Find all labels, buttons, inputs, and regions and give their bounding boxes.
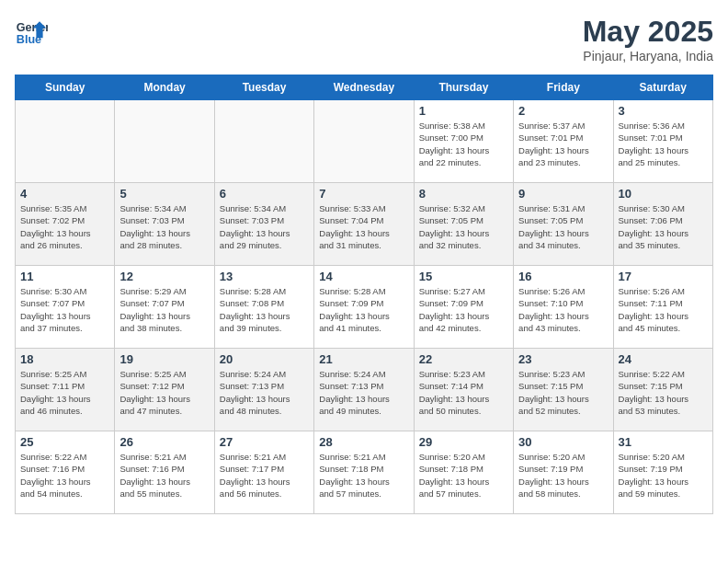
day-info: Sunrise: 5:24 AMSunset: 7:13 PMDaylight:… — [220, 368, 309, 417]
calendar-cell: 25Sunrise: 5:22 AMSunset: 7:16 PMDayligh… — [16, 431, 115, 514]
day-info: Sunrise: 5:22 AMSunset: 7:15 PMDaylight:… — [619, 368, 708, 417]
day-number: 30 — [518, 435, 608, 449]
day-info: Sunrise: 5:33 AMSunset: 7:04 PMDaylight:… — [319, 202, 408, 251]
day-number: 14 — [319, 270, 408, 283]
weekday-header: Monday — [115, 75, 214, 100]
day-info: Sunrise: 5:34 AMSunset: 7:03 PMDaylight:… — [220, 202, 309, 251]
calendar-cell — [16, 100, 115, 183]
calendar-cell: 12Sunrise: 5:29 AMSunset: 7:07 PMDayligh… — [115, 266, 214, 349]
day-info: Sunrise: 5:24 AMSunset: 7:13 PMDaylight:… — [319, 368, 408, 417]
day-info: Sunrise: 5:28 AMSunset: 7:08 PMDaylight:… — [220, 285, 309, 334]
day-info: Sunrise: 5:21 AMSunset: 7:17 PMDaylight:… — [220, 451, 309, 500]
calendar-cell: 18Sunrise: 5:25 AMSunset: 7:11 PMDayligh… — [16, 349, 115, 431]
calendar-cell: 31Sunrise: 5:20 AMSunset: 7:19 PMDayligh… — [613, 431, 712, 514]
day-info: Sunrise: 5:28 AMSunset: 7:09 PMDaylight:… — [319, 285, 408, 334]
day-number: 24 — [619, 352, 708, 366]
day-number: 7 — [319, 187, 408, 201]
day-info: Sunrise: 5:30 AMSunset: 7:07 PMDaylight:… — [20, 285, 109, 334]
day-number: 5 — [119, 187, 209, 201]
calendar-cell: 6Sunrise: 5:34 AMSunset: 7:03 PMDaylight… — [214, 183, 313, 266]
calendar-cell: 4Sunrise: 5:35 AMSunset: 7:02 PMDaylight… — [16, 183, 115, 266]
day-info: Sunrise: 5:20 AMSunset: 7:19 PMDaylight:… — [619, 451, 708, 500]
calendar-cell: 23Sunrise: 5:23 AMSunset: 7:15 PMDayligh… — [514, 349, 613, 431]
day-number: 4 — [20, 187, 109, 201]
calendar-cell: 1Sunrise: 5:38 AMSunset: 7:00 PMDaylight… — [414, 100, 513, 183]
weekday-header: Friday — [514, 75, 613, 100]
title-block: May 2025 Pinjaur, Haryana, India — [583, 15, 713, 63]
logo: General Blue — [15, 15, 48, 48]
calendar-header: SundayMondayTuesdayWednesdayThursdayFrid… — [16, 75, 713, 100]
day-number: 9 — [518, 187, 608, 201]
location: Pinjaur, Haryana, India — [583, 49, 713, 63]
day-info: Sunrise: 5:30 AMSunset: 7:06 PMDaylight:… — [619, 202, 708, 251]
day-number: 21 — [319, 352, 408, 366]
calendar-cell — [214, 100, 313, 183]
day-info: Sunrise: 5:35 AMSunset: 7:02 PMDaylight:… — [20, 202, 109, 251]
day-info: Sunrise: 5:38 AMSunset: 7:00 PMDaylight:… — [419, 120, 508, 168]
calendar-cell: 11Sunrise: 5:30 AMSunset: 7:07 PMDayligh… — [16, 266, 115, 349]
day-info: Sunrise: 5:20 AMSunset: 7:18 PMDaylight:… — [419, 451, 508, 500]
day-number: 27 — [220, 435, 309, 449]
day-info: Sunrise: 5:26 AMSunset: 7:10 PMDaylight:… — [518, 285, 608, 334]
month-title: May 2025 — [583, 15, 713, 49]
day-number: 17 — [619, 270, 708, 283]
day-info: Sunrise: 5:34 AMSunset: 7:03 PMDaylight:… — [119, 202, 209, 251]
calendar-cell: 7Sunrise: 5:33 AMSunset: 7:04 PMDaylight… — [314, 183, 414, 266]
calendar-cell: 10Sunrise: 5:30 AMSunset: 7:06 PMDayligh… — [613, 183, 712, 266]
calendar-week-row: 25Sunrise: 5:22 AMSunset: 7:16 PMDayligh… — [16, 431, 713, 514]
weekday-header: Sunday — [16, 75, 115, 100]
weekday-header: Saturday — [613, 75, 712, 100]
calendar-cell — [115, 100, 214, 183]
calendar-cell: 13Sunrise: 5:28 AMSunset: 7:08 PMDayligh… — [214, 266, 313, 349]
calendar-week-row: 11Sunrise: 5:30 AMSunset: 7:07 PMDayligh… — [16, 266, 713, 349]
calendar-cell: 19Sunrise: 5:25 AMSunset: 7:12 PMDayligh… — [115, 349, 214, 431]
day-number: 28 — [319, 435, 408, 449]
day-number: 26 — [119, 435, 209, 449]
day-number: 31 — [619, 435, 708, 449]
calendar-cell: 16Sunrise: 5:26 AMSunset: 7:10 PMDayligh… — [514, 266, 613, 349]
calendar-cell: 5Sunrise: 5:34 AMSunset: 7:03 PMDaylight… — [115, 183, 214, 266]
day-number: 22 — [419, 352, 508, 366]
calendar-cell: 20Sunrise: 5:24 AMSunset: 7:13 PMDayligh… — [214, 349, 313, 431]
calendar-week-row: 18Sunrise: 5:25 AMSunset: 7:11 PMDayligh… — [16, 349, 713, 431]
day-info: Sunrise: 5:22 AMSunset: 7:16 PMDaylight:… — [20, 451, 109, 500]
day-number: 6 — [220, 187, 309, 201]
day-info: Sunrise: 5:31 AMSunset: 7:05 PMDaylight:… — [518, 202, 608, 251]
day-number: 3 — [619, 104, 708, 118]
calendar-cell: 8Sunrise: 5:32 AMSunset: 7:05 PMDaylight… — [414, 183, 513, 266]
day-info: Sunrise: 5:23 AMSunset: 7:15 PMDaylight:… — [518, 368, 608, 417]
day-info: Sunrise: 5:21 AMSunset: 7:16 PMDaylight:… — [119, 451, 209, 500]
day-info: Sunrise: 5:32 AMSunset: 7:05 PMDaylight:… — [419, 202, 508, 251]
day-number: 10 — [619, 187, 708, 201]
day-number: 19 — [119, 352, 209, 366]
page-header: General Blue May 2025 Pinjaur, Haryana, … — [15, 15, 713, 63]
day-number: 16 — [518, 270, 608, 283]
day-number: 13 — [220, 270, 309, 283]
day-number: 25 — [20, 435, 109, 449]
logo-icon: General Blue — [15, 15, 48, 48]
weekday-header: Thursday — [414, 75, 513, 100]
calendar-cell: 24Sunrise: 5:22 AMSunset: 7:15 PMDayligh… — [613, 349, 712, 431]
calendar-body: 1Sunrise: 5:38 AMSunset: 7:00 PMDaylight… — [16, 100, 713, 514]
calendar-cell — [314, 100, 414, 183]
calendar-cell: 22Sunrise: 5:23 AMSunset: 7:14 PMDayligh… — [414, 349, 513, 431]
calendar-week-row: 4Sunrise: 5:35 AMSunset: 7:02 PMDaylight… — [16, 183, 713, 266]
day-info: Sunrise: 5:21 AMSunset: 7:18 PMDaylight:… — [319, 451, 408, 500]
day-info: Sunrise: 5:25 AMSunset: 7:11 PMDaylight:… — [20, 368, 109, 417]
calendar-week-row: 1Sunrise: 5:38 AMSunset: 7:00 PMDaylight… — [16, 100, 713, 183]
day-number: 18 — [20, 352, 109, 366]
weekday-header: Wednesday — [314, 75, 414, 100]
calendar-table: SundayMondayTuesdayWednesdayThursdayFrid… — [15, 75, 713, 514]
day-number: 8 — [419, 187, 508, 201]
day-number: 1 — [419, 104, 508, 118]
calendar-cell: 15Sunrise: 5:27 AMSunset: 7:09 PMDayligh… — [414, 266, 513, 349]
day-number: 2 — [518, 104, 608, 118]
calendar-cell: 17Sunrise: 5:26 AMSunset: 7:11 PMDayligh… — [613, 266, 712, 349]
day-info: Sunrise: 5:26 AMSunset: 7:11 PMDaylight:… — [619, 285, 708, 334]
day-info: Sunrise: 5:37 AMSunset: 7:01 PMDaylight:… — [518, 120, 608, 168]
calendar-cell: 9Sunrise: 5:31 AMSunset: 7:05 PMDaylight… — [514, 183, 613, 266]
day-number: 12 — [119, 270, 209, 283]
day-number: 20 — [220, 352, 309, 366]
calendar-cell: 27Sunrise: 5:21 AMSunset: 7:17 PMDayligh… — [214, 431, 313, 514]
calendar-cell: 28Sunrise: 5:21 AMSunset: 7:18 PMDayligh… — [314, 431, 414, 514]
